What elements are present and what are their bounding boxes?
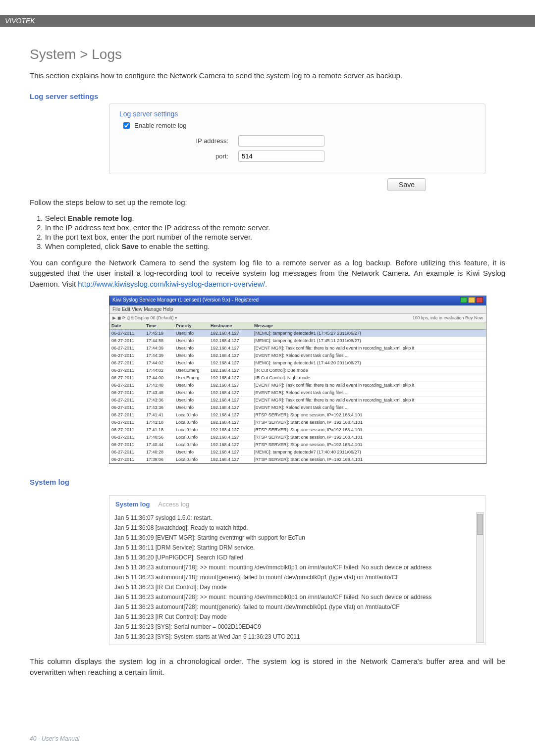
log-line: Jan 5 11:36:20 [UPnPIGDCP]: Search IGD f… bbox=[114, 553, 480, 562]
kiwi-row: 06-27-201117:44:02User.Info192.168.4.127… bbox=[109, 359, 486, 367]
kiwi-window-title: Kiwi Syslog Service Manager (Licensed) (… bbox=[109, 296, 486, 305]
kiwi-row: 06-27-201117:41:41Local0.Info192.168.4.1… bbox=[109, 411, 486, 419]
log-server-panel: Log server settings Enable remote log IP… bbox=[109, 103, 485, 174]
kiwi-title-text: Kiwi Syslog Service Manager (Licensed) (… bbox=[112, 297, 259, 304]
enable-remote-log-checkbox[interactable]: Enable remote log bbox=[121, 121, 475, 130]
log-line: Jan 5 11:36:23 [IR Cut Control]: Day mod… bbox=[114, 582, 480, 592]
log-line: Jan 5 11:36:08 [swatchdog]: Ready to wat… bbox=[114, 523, 480, 533]
system-log-heading: System log bbox=[30, 478, 505, 486]
log-line: Jan 5 11:36:23 automount[728]: >> mount:… bbox=[114, 592, 480, 602]
kiwi-row: 06-27-201117:44:39User.Info192.168.4.127… bbox=[109, 345, 486, 352]
log-line: Jan 5 11:36:23 automount[718]: mount(gen… bbox=[114, 572, 480, 582]
step-item: 2. In the port text box, enter the port … bbox=[37, 233, 505, 241]
tab-system-log[interactable]: System log bbox=[115, 501, 150, 508]
kiwi-window-buttons bbox=[459, 297, 483, 304]
col-hostname: Hostname bbox=[209, 322, 252, 329]
panel-title: Log server settings bbox=[119, 110, 475, 118]
kiwi-row: 06-27-201117:43:48User.Info192.168.4.127… bbox=[109, 389, 486, 397]
kiwi-toolbar: ▶ ◼ ⟳ ⎙ ⎘ Display 00 (Default) ▾ 100 kps… bbox=[109, 314, 486, 322]
kiwi-row: 06-27-201117:40:28User.Info192.168.4.127… bbox=[109, 449, 486, 456]
log-line: Jan 5 11:36:11 [DRM Service]: Starting D… bbox=[114, 543, 480, 553]
log-line: Jan 5 11:36:23 automount[718]: >> mount:… bbox=[114, 562, 480, 572]
kiwi-table-header: Date Time Priority Hostname Message bbox=[109, 322, 486, 330]
kiwi-row: 06-27-201117:40:56Local0.Info192.168.4.1… bbox=[109, 434, 486, 441]
kiwi-link[interactable]: http://www.kiwisyslog.com/kiwi-syslog-da… bbox=[78, 280, 265, 288]
port-label: port: bbox=[119, 152, 238, 160]
kiwi-toolbar-right: 100 kps, info in evaluation Buy Now bbox=[412, 315, 483, 321]
ip-address-label: IP address: bbox=[119, 137, 238, 145]
kiwi-row: 06-27-201117:43:36User.Info192.168.4.127… bbox=[109, 404, 486, 411]
log-line: Jan 5 11:36:23 [IR Cut Control]: Day mod… bbox=[114, 612, 480, 622]
col-time: Time bbox=[144, 322, 174, 329]
kiwi-row: 06-27-201117:41:18Local0.Info192.168.4.1… bbox=[109, 419, 486, 426]
kiwi-row: 06-27-201117:44:00User.Emerg192.168.4.12… bbox=[109, 374, 486, 382]
scrollbar[interactable] bbox=[476, 512, 484, 643]
port-input[interactable] bbox=[238, 151, 324, 162]
step-item: 1. Select Enable remote log. bbox=[37, 214, 505, 222]
step-item: 3. When completed, click Save to enable … bbox=[37, 242, 505, 251]
scrollbar-thumb[interactable] bbox=[477, 514, 483, 535]
kiwi-menu-bar: File Edit View Manage Help bbox=[109, 305, 486, 314]
log-line: Jan 5 11:36:07 syslogd 1.5.0: restart. bbox=[114, 513, 480, 523]
page-title: System > Logs bbox=[30, 47, 505, 62]
kiwi-row: 06-27-201117:41:18Local0.Info192.168.4.1… bbox=[109, 426, 486, 434]
save-button[interactable]: Save bbox=[387, 178, 426, 191]
log-line: Jan 5 11:36:23 automount[728]: mount(gen… bbox=[114, 602, 480, 612]
step-item: 2. In the IP address text box, enter the… bbox=[37, 223, 505, 232]
log-line: Jan 5 11:36:23 [SYS]: System starts at W… bbox=[114, 632, 480, 642]
kiwi-row: 06-27-201117:44:39User.Info192.168.4.127… bbox=[109, 352, 486, 359]
kiwi-screenshot: Kiwi Syslog Service Manager (Licensed) (… bbox=[109, 296, 486, 464]
kiwi-row: 06-27-201117:40:44Local0.Info192.168.4.1… bbox=[109, 441, 486, 449]
kiwi-row: 06-27-201117:43:48User.Info192.168.4.127… bbox=[109, 382, 486, 389]
log-line: Jan 5 11:36:23 [SYS]: Serial number = 00… bbox=[114, 622, 480, 632]
brand-bar: VIVOTEK bbox=[0, 15, 535, 27]
col-priority: Priority bbox=[174, 322, 209, 329]
kiwi-row: 06-27-201117:44:58User.Info192.168.4.127… bbox=[109, 337, 486, 345]
col-date: Date bbox=[109, 322, 144, 329]
kiwi-toolbar-left: ▶ ◼ ⟳ ⎙ ⎘ Display 00 (Default) ▾ bbox=[112, 315, 177, 321]
steps-list: 1. Select Enable remote log.2. In the IP… bbox=[35, 214, 505, 251]
log-lines: Jan 5 11:36:07 syslogd 1.5.0: restart.Ja… bbox=[114, 513, 480, 642]
col-message: Message bbox=[252, 322, 486, 329]
kiwi-row: 06-27-201117:39:06Local0.Info192.168.4.1… bbox=[109, 456, 486, 463]
kiwi-row: 06-27-201117:44:02User.Emerg192.168.4.12… bbox=[109, 367, 486, 374]
intro-text: This section explains how to configure t… bbox=[30, 70, 505, 81]
log-server-heading: Log server settings bbox=[30, 92, 505, 101]
enable-remote-log-label: Enable remote log bbox=[134, 122, 187, 129]
kiwi-row: 06-27-201117:45:19User.Info192.168.4.127… bbox=[109, 330, 486, 337]
page-footer: 40 - User's Manual bbox=[30, 735, 79, 742]
enable-remote-log-input[interactable] bbox=[123, 122, 130, 129]
system-log-panel: System log Access log Jan 5 11:36:07 sys… bbox=[109, 495, 485, 645]
tab-access-log[interactable]: Access log bbox=[158, 501, 189, 508]
closing-paragraph: This column displays the system log in a… bbox=[30, 656, 505, 678]
ip-address-input[interactable] bbox=[238, 135, 324, 147]
kiwi-text-b: . bbox=[265, 280, 267, 288]
kiwi-row: 06-27-201117:43:36User.Info192.168.4.127… bbox=[109, 397, 486, 404]
steps-intro: Follow the steps below to set up the rem… bbox=[30, 197, 505, 208]
kiwi-paragraph: You can configure the Network Camera to … bbox=[30, 257, 505, 290]
log-line: Jan 5 11:36:09 [EVENT MGR]: Starting eve… bbox=[114, 533, 480, 543]
